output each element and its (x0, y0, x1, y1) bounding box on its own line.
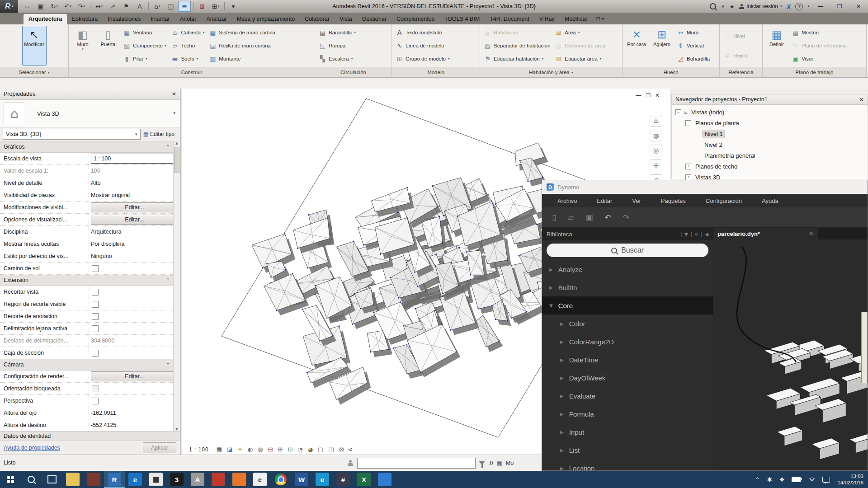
collapse-section-icon[interactable]: ⌃ (166, 277, 170, 283)
library-category-analyze[interactable]: ▶Analyze (542, 260, 713, 278)
tab-masa-y-emplazamiento[interactable]: Masa y emplazamiento (232, 14, 300, 24)
taskbar-app-internet-explorer[interactable]: e (312, 471, 333, 488)
button-vertical[interactable]: ↕Vertical (677, 40, 710, 52)
tab-v-ray[interactable]: V-Ray (534, 14, 560, 24)
panel-label[interactable]: Seleccionar▾ (0, 67, 68, 77)
value-combo[interactable]: 1 : 100 (91, 154, 178, 164)
taskbar-app-firefox[interactable] (229, 471, 250, 488)
temporary-view-properties-icon[interactable]: ▢ (318, 446, 323, 453)
button-separador-de-habitaci-n[interactable]: ▨Separador de habitación (484, 40, 550, 52)
library-item-color[interactable]: ▶Color (542, 314, 713, 333)
tab-instalaciones[interactable]: Instalaciones (103, 14, 146, 24)
sun-path-icon[interactable]: ☀ (237, 446, 243, 453)
dynamo-node-edge[interactable] (861, 312, 868, 383)
taskbar-app-autocad[interactable]: A (187, 471, 208, 488)
taskbar-app-excel[interactable]: X (354, 471, 374, 488)
save-icon[interactable]: ▣ (585, 213, 593, 222)
tree-item-planimetr-a-general[interactable]: Planimetría general (672, 150, 868, 161)
button-etiquetar-rea[interactable]: ⊠Etiquetar área▾ (555, 53, 605, 65)
dynamo-menu-ver[interactable]: Ver (632, 197, 641, 204)
project-browser-header[interactable]: Navegador de proyectos - Proyecto1 ✕ (671, 94, 868, 105)
button-barandilla[interactable]: ▤Barandilla▾ (319, 27, 356, 38)
customize-qat-icon[interactable]: ▾ (227, 1, 240, 12)
exchange-apps-icon[interactable]: X (786, 3, 791, 10)
open-file-icon[interactable]: ▱ (568, 213, 574, 222)
view-restore-icon[interactable]: ❐ (646, 92, 651, 99)
visual-style-icon[interactable]: ◪ (227, 446, 232, 453)
expand-icon[interactable]: + (685, 174, 691, 180)
panel-label[interactable]: Referencia (720, 67, 762, 77)
button-texto-modelado[interactable]: ATexto modelado (396, 27, 449, 38)
button-puerta[interactable]: ▯Puerta (96, 26, 120, 66)
sync-icon[interactable]: ↻▾ (48, 1, 61, 12)
dynamo-workspace[interactable]: parcelario.dyn* ✕ (713, 228, 868, 470)
panel-label[interactable]: Modelo (392, 67, 480, 77)
button-pilar[interactable]: ▮Pilar▾ (123, 53, 166, 65)
value-text[interactable]: Ninguno (91, 253, 112, 259)
dynamo-title-bar[interactable]: D Dynamo (542, 180, 868, 194)
collapse-section-icon[interactable]: ⌃ (166, 144, 170, 150)
edit-button[interactable]: Editar... (91, 215, 178, 225)
library-item-colorrange2d[interactable]: ▶ColorRange2D (542, 333, 713, 351)
dynamo-workspace-tab[interactable]: parcelario.dyn* ✕ (713, 228, 818, 239)
restore-button[interactable]: ❐ (830, 0, 849, 13)
taskbar-app-app-red[interactable] (208, 471, 229, 488)
chevron-down-icon[interactable]: ▾ (173, 111, 175, 115)
value-text[interactable]: 100 (91, 168, 100, 174)
tab-modificar[interactable]: Modificar (560, 14, 593, 24)
identity-section-header[interactable]: Datos de identidad (0, 431, 180, 441)
checkbox[interactable] (92, 325, 99, 332)
taskbar-app-app-maroon[interactable] (83, 471, 104, 488)
dynamo-menu-configuraci-n[interactable]: Configuración (706, 197, 742, 204)
button-rampa[interactable]: ◺Rampa (319, 40, 356, 52)
library-item-datetime[interactable]: ▶DateTime (542, 351, 713, 369)
search-icon[interactable] (710, 3, 716, 9)
taskbar-app-3ds-max[interactable]: 3 (166, 471, 187, 488)
ribbon-collapse-icon[interactable]: ⊡▾ (596, 16, 604, 24)
checkbox[interactable] (92, 265, 99, 272)
save-icon[interactable]: ▣ (34, 1, 47, 12)
library-item-dayofweek[interactable]: ▶DayOfWeek (542, 369, 713, 387)
view-selector-combo[interactable]: Vista 3D: {3D} ▾ (3, 129, 141, 140)
library-item-input[interactable]: ▶Input (542, 423, 713, 441)
clock[interactable]: 13:03 14/02/2016 (837, 473, 863, 486)
library-item-location[interactable]: ▶Location (542, 459, 713, 470)
close-tab-icon[interactable]: ✕ (809, 230, 813, 237)
button-sistema-de-muro-cortina[interactable]: ▦Sistema de muro cortina (209, 27, 275, 38)
undo-icon[interactable]: ↶ (605, 213, 611, 222)
detail-level-icon[interactable]: ▦ (217, 446, 222, 453)
tab-anotar[interactable]: Anotar (175, 14, 202, 24)
steering-wheel-icon[interactable]: ◍ (650, 130, 662, 141)
minimize-button[interactable]: — (811, 0, 830, 13)
favorites-icon[interactable]: ★ (729, 3, 735, 10)
new-file-icon[interactable]: ▯ (552, 213, 556, 222)
open-icon[interactable]: ▱ (21, 1, 33, 12)
tab-colaborar[interactable]: Colaborar (300, 14, 335, 24)
notifications-icon[interactable] (822, 477, 830, 483)
tree-item-nivel-1[interactable]: Nivel 1 (672, 128, 868, 139)
tab-t4r-document[interactable]: T4R: Document (485, 14, 534, 24)
panel-label[interactable]: Plano de trabajo (763, 67, 866, 77)
button--rea[interactable]: ⊠Área▾ (555, 27, 605, 38)
button-muro[interactable]: ◧Muro▾ (71, 26, 95, 66)
dynamo-menu-editar[interactable]: Editar (597, 197, 612, 204)
value-text[interactable]: Alto (91, 180, 101, 186)
thin-lines-icon[interactable]: ≡ (178, 1, 191, 12)
show-crop-icon[interactable]: ⊞ (278, 446, 283, 453)
measure-icon[interactable]: ↔▾ (93, 1, 105, 12)
library-item-evaluate[interactable]: ▶Evaluate (542, 387, 713, 405)
dynamo-canvas[interactable] (713, 239, 868, 470)
close-icon[interactable]: ✕ (172, 91, 176, 97)
constraints-icon[interactable]: ⊠ (339, 446, 344, 453)
library-item-list[interactable]: ▶List (542, 441, 713, 459)
section-header-gr-ficos[interactable]: Gráficos⌃ (0, 141, 180, 153)
taskbar-app-revit[interactable]: R (104, 471, 125, 488)
tree-item-vistas-todo-[interactable]: −⊡Vistas (todo) (672, 107, 868, 117)
section-icon[interactable]: ◫ (165, 1, 177, 12)
redo-icon[interactable]: ↷▾ (75, 1, 88, 12)
section-header-extensi-n[interactable]: Extensión⌃ (0, 275, 180, 286)
type-selector[interactable]: ⌂ Vista 3D ▾ (0, 100, 180, 127)
button-muro[interactable]: ↔Muro (677, 27, 710, 38)
tree-item-planos-de-planta[interactable]: −Planos de planta (672, 117, 868, 128)
taskbar-app-cype[interactable]: c (250, 471, 270, 488)
